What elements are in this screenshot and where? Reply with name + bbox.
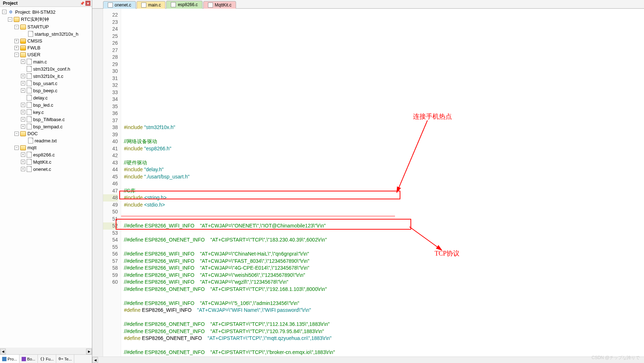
file-label: stm32f10x_it.c: [33, 74, 63, 79]
tree-user-file[interactable]: +bsp_led.c: [0, 101, 92, 109]
editor-hscroll[interactable]: ◀: [92, 357, 644, 363]
file-label: main.c: [33, 59, 47, 65]
tree-user-file[interactable]: stm32f10x_conf.h: [0, 65, 92, 72]
tree-cmsis[interactable]: + CMSIS: [0, 37, 92, 44]
bottom-tabs: Pro... Bo... {}Fu... 0→Te...: [0, 354, 92, 363]
tree-user-file[interactable]: +bsp_beep.c: [0, 87, 92, 94]
tab-books[interactable]: Bo...: [19, 355, 38, 363]
tcp-annotation: TCP协议: [435, 250, 459, 257]
readme-label: readme.txt: [35, 138, 57, 143]
tab-functions[interactable]: {}Fu...: [38, 355, 56, 363]
startup-file-label: startup_stm32f10x_h: [35, 31, 78, 37]
tree-root[interactable]: −⚙ Project: BH-STM32: [0, 8, 92, 16]
editor-tab-bar: onenet.c main.c esp8266.c MqttKit.c: [92, 0, 644, 9]
file-label: delay.c: [33, 95, 48, 101]
file-label: key.c: [33, 110, 44, 115]
watermark: CSDN @チップな誇りで: [591, 355, 640, 361]
tree-user-file[interactable]: +key.c: [0, 109, 92, 116]
panel-title: Project: [3, 1, 18, 6]
tree-mqtt-file[interactable]: +esp8266.c: [0, 151, 92, 158]
code-content[interactable]: 连接手机热点 TCP协议 #include "stm32f10x.h"//网络设…: [121, 9, 644, 357]
code-editor[interactable]: 2223242526272829303132333435363738394041…: [92, 9, 644, 357]
tab-esp8266[interactable]: esp8266.c: [166, 1, 202, 9]
file-label: MqttKit.c: [33, 159, 52, 165]
tree-hscroll[interactable]: ◀ ▶: [0, 348, 92, 354]
tree-user-file[interactable]: +bsp_TiMbase.c: [0, 116, 92, 123]
mqtt-label: mqtt: [27, 145, 36, 150]
tree-fwlb[interactable]: + FWLB: [0, 44, 92, 51]
tree-user-file[interactable]: +main.c: [0, 58, 92, 65]
pin-icon[interactable]: 📌: [80, 1, 85, 6]
tab-mqttkit[interactable]: MqttKit.c: [203, 1, 236, 9]
tab-templates[interactable]: 0→Te...: [56, 355, 74, 363]
hscroll-left-icon[interactable]: ◀: [92, 357, 98, 363]
rtc-label: RTC实时时钟: [21, 16, 49, 23]
tree-user-file[interactable]: +stm32f10x_it.c: [0, 72, 92, 80]
fwlb-label: FWLB: [27, 45, 40, 50]
project-panel: Project 📌 ✕ −⚙ Project: BH-STM32 − RTC实时…: [0, 0, 92, 363]
tab-project[interactable]: Pro...: [0, 355, 19, 363]
startup-label: STARTUP: [27, 24, 49, 30]
file-label: bsp_tempad.c: [33, 124, 63, 129]
project-tree[interactable]: −⚙ Project: BH-STM32 − RTC实时时钟 − STARTUP…: [0, 7, 92, 348]
panel-header: Project 📌 ✕: [0, 0, 92, 7]
tree-rtc[interactable]: − RTC实时时钟: [0, 16, 92, 23]
file-label: esp8266.c: [33, 152, 55, 158]
file-label: bsp_beep.c: [33, 88, 57, 93]
tree-user-file[interactable]: delay.c: [0, 94, 92, 101]
file-label: bsp_led.c: [33, 102, 53, 108]
file-label: stm32f10x_conf.h: [33, 66, 70, 72]
tree-mqtt-file[interactable]: +MqttKit.c: [0, 158, 92, 165]
scroll-right-icon[interactable]: ▶: [86, 349, 92, 354]
cmsis-label: CMSIS: [27, 38, 42, 44]
tree-startup-file[interactable]: startup_stm32f10x_h: [0, 30, 92, 37]
doc-label: DOC: [27, 131, 38, 136]
close-icon[interactable]: ✕: [85, 1, 90, 6]
file-label: bsp_TiMbase.c: [33, 117, 65, 122]
line-numbers: 2223242526272829303132333435363738394041…: [103, 9, 121, 357]
editor-area: onenet.c main.c esp8266.c MqttKit.c 2223…: [92, 0, 644, 363]
tree-user-file[interactable]: +bsp_tempad.c: [0, 123, 92, 130]
tree-user[interactable]: − USER: [0, 51, 92, 58]
tab-onenet[interactable]: onenet.c: [103, 1, 136, 9]
tree-mqtt-file[interactable]: +onenet.c: [0, 165, 92, 173]
tree-startup[interactable]: − STARTUP: [0, 23, 92, 30]
user-label: USER: [27, 52, 40, 57]
tree-readme[interactable]: readme.txt: [0, 137, 92, 144]
tree-doc[interactable]: − DOC: [0, 130, 92, 137]
wifi-annotation: 连接手机热点: [413, 113, 452, 120]
scroll-left-icon[interactable]: ◀: [0, 349, 6, 354]
tree-mqtt[interactable]: − mqtt: [0, 144, 92, 151]
strikethrough-line: [121, 216, 395, 216]
file-label: bsp_usart.c: [33, 81, 57, 86]
tree-user-file[interactable]: +bsp_usart.c: [0, 80, 92, 87]
root-label: Project: BH-STM32: [15, 9, 55, 15]
tab-main[interactable]: main.c: [137, 1, 165, 9]
fold-gutter[interactable]: [92, 9, 103, 357]
file-label: onenet.c: [33, 167, 51, 172]
